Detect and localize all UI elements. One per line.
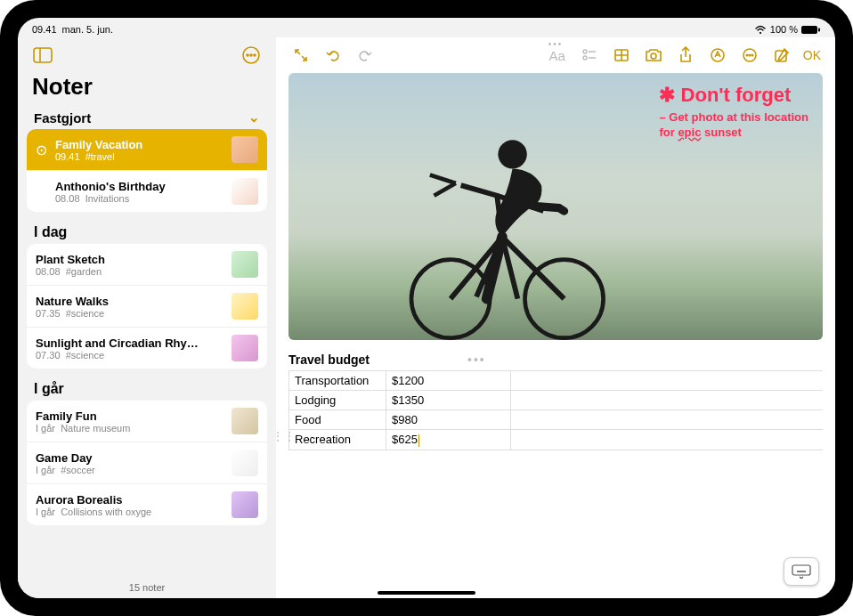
cyclist-silhouette: [369, 113, 636, 340]
chevron-down-icon: ⌄: [248, 109, 260, 126]
budget-section: Travel budget ••• Transportation $1200 L…: [288, 353, 823, 450]
keyboard-button[interactable]: [784, 557, 819, 586]
svg-point-9: [583, 50, 587, 53]
fullscreen-button[interactable]: [287, 43, 315, 68]
battery-icon: [801, 24, 821, 36]
svg-point-7: [250, 54, 252, 56]
window-drag-handle[interactable]: •••: [548, 39, 564, 49]
budget-title: Travel budget: [288, 353, 370, 367]
column-handle[interactable]: •••: [467, 353, 486, 367]
section-today-header: I dag: [27, 215, 267, 244]
svg-point-11: [583, 56, 587, 60]
svg-rect-1: [801, 26, 817, 34]
note-editor: ••• Aa OK: [276, 37, 835, 598]
table-row[interactable]: Transportation $1200: [288, 370, 823, 391]
markup-button[interactable]: [703, 43, 732, 68]
svg-point-6: [247, 54, 248, 56]
note-thumbnail: [232, 251, 258, 278]
note-body[interactable]: ✱ Don't forget – Get photo at this locat…: [276, 73, 835, 598]
handwriting-annotation: ✱ Don't forget – Get photo at this locat…: [659, 84, 808, 141]
note-thumbnail: [232, 293, 258, 320]
row-handle[interactable]: ⋮⋮: [276, 430, 296, 442]
table-row[interactable]: Lodging $1350: [288, 391, 823, 410]
status-time: 09.41: [32, 24, 57, 35]
note-title: Aurora Borealis: [36, 493, 224, 507]
svg-rect-3: [34, 48, 52, 62]
note-item-plant-sketch[interactable]: Plant Sketch 08.08 #garden: [27, 244, 267, 286]
note-item-nature-walks[interactable]: Nature Walks 07.35 #science: [27, 286, 267, 328]
svg-point-25: [498, 140, 526, 168]
redo-button[interactable]: [351, 43, 379, 68]
note-title: Plant Sketch: [36, 253, 224, 266]
more-button[interactable]: [735, 43, 764, 68]
share-button[interactable]: [671, 43, 700, 68]
table-row[interactable]: Food $980: [288, 410, 823, 430]
note-item-game-day[interactable]: Game Day I går #soccer: [27, 442, 267, 484]
svg-point-0: [760, 32, 761, 34]
more-options-button[interactable]: [239, 43, 264, 68]
budget-table[interactable]: Transportation $1200 Lodging $1350 Food …: [288, 370, 823, 450]
note-thumbnail: [232, 491, 258, 518]
note-thumbnail: [232, 136, 258, 163]
pin-icon: ⊙: [36, 142, 48, 158]
note-item-family-vacation[interactable]: ⊙ Family Vacation 09.41 #travel: [27, 129, 267, 171]
sidebar: Noter Fastgjort ⌄ ⊙ Family Vacation 09.4…: [18, 37, 276, 598]
text-caret: [418, 434, 419, 447]
note-title: Family Vacation: [55, 138, 224, 151]
sidebar-toggle-button[interactable]: [30, 43, 55, 68]
table-row[interactable]: ⋮⋮ Recreation $625: [288, 430, 823, 450]
note-image[interactable]: ✱ Don't forget – Get photo at this locat…: [288, 73, 823, 340]
note-thumbnail: [232, 335, 258, 361]
svg-point-20: [749, 54, 751, 56]
table-button[interactable]: [607, 43, 636, 68]
undo-button[interactable]: [319, 43, 347, 68]
done-button[interactable]: OK: [800, 48, 825, 62]
note-item-aurora-borealis[interactable]: Aurora Borealis I går Collisions with ox…: [27, 484, 267, 525]
status-bar: 09.41 man. 5. jun. 100 %: [18, 18, 835, 37]
note-title: Game Day: [36, 451, 224, 465]
svg-point-21: [751, 54, 753, 56]
sidebar-title: Noter: [18, 73, 276, 104]
note-thumbnail: [232, 450, 258, 476]
section-pinned-header[interactable]: Fastgjort ⌄: [27, 104, 267, 129]
svg-point-16: [651, 53, 656, 59]
status-date: man. 5. jun.: [62, 24, 113, 35]
note-title: Sunlight and Circadian Rhy…: [36, 336, 224, 350]
compose-button[interactable]: [768, 43, 796, 68]
note-title: Family Fun: [36, 409, 224, 423]
note-item-anthonios-birthday[interactable]: Anthonio's Birthday 08.08 Invitations: [27, 171, 267, 212]
sidebar-footer: 15 noter: [18, 564, 276, 593]
note-item-sunlight[interactable]: Sunlight and Circadian Rhy… 07.30 #scien…: [27, 328, 267, 369]
note-title: Anthonio's Birthday: [55, 180, 224, 193]
svg-point-19: [746, 54, 748, 56]
wifi-icon: [754, 24, 767, 36]
svg-point-8: [254, 54, 256, 56]
checklist-button[interactable]: [575, 43, 604, 68]
battery-text: 100 %: [770, 24, 798, 35]
home-indicator[interactable]: [378, 591, 475, 595]
note-item-family-fun[interactable]: Family Fun I går Nature museum: [27, 401, 267, 442]
svg-rect-2: [818, 28, 820, 32]
note-thumbnail: [232, 408, 258, 434]
camera-button[interactable]: [639, 43, 668, 68]
note-title: Nature Walks: [36, 295, 224, 308]
section-yesterday-header: I går: [27, 372, 267, 401]
svg-rect-26: [792, 565, 810, 575]
note-thumbnail: [232, 178, 258, 205]
